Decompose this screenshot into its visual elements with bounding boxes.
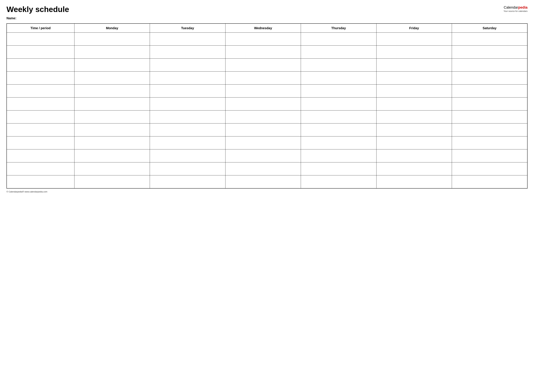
time-period-cell[interactable] (7, 162, 74, 175)
schedule-cell[interactable] (301, 98, 376, 111)
schedule-cell[interactable] (225, 175, 301, 188)
schedule-cell[interactable] (150, 59, 225, 72)
schedule-cell[interactable] (301, 84, 376, 98)
col-header-tuesday: Tuesday (150, 23, 225, 33)
col-header-time: Time / period (7, 23, 74, 33)
schedule-cell[interactable] (225, 111, 301, 123)
schedule-cell[interactable] (150, 46, 225, 59)
schedule-cell[interactable] (301, 149, 376, 162)
col-header-wednesday: Wednesday (225, 23, 301, 33)
schedule-cell[interactable] (376, 111, 452, 123)
schedule-cell[interactable] (301, 136, 376, 149)
time-period-cell[interactable] (7, 123, 74, 136)
schedule-cell[interactable] (376, 72, 452, 84)
schedule-cell[interactable] (452, 111, 527, 123)
schedule-cell[interactable] (150, 162, 225, 175)
schedule-cell[interactable] (74, 175, 150, 188)
time-period-cell[interactable] (7, 98, 74, 111)
brand-name: Calendarpedia (504, 5, 528, 9)
schedule-cell[interactable] (225, 98, 301, 111)
schedule-cell[interactable] (225, 162, 301, 175)
time-period-cell[interactable] (7, 149, 74, 162)
schedule-cell[interactable] (452, 59, 527, 72)
time-period-cell[interactable] (7, 33, 74, 46)
schedule-cell[interactable] (74, 98, 150, 111)
schedule-cell[interactable] (225, 123, 301, 136)
schedule-cell[interactable] (74, 84, 150, 98)
schedule-cell[interactable] (150, 111, 225, 123)
schedule-cell[interactable] (150, 123, 225, 136)
schedule-cell[interactable] (452, 162, 527, 175)
schedule-cell[interactable] (452, 98, 527, 111)
brand-logo: Calendarpedia Your source for calendars (503, 5, 528, 13)
schedule-cell[interactable] (452, 84, 527, 98)
schedule-cell[interactable] (225, 33, 301, 46)
schedule-cell[interactable] (225, 84, 301, 98)
header-area: Weekly schedule Calendarpedia Your sourc… (6, 5, 528, 14)
schedule-cell[interactable] (376, 149, 452, 162)
time-period-cell[interactable] (7, 111, 74, 123)
time-period-cell[interactable] (7, 46, 74, 59)
schedule-cell[interactable] (225, 46, 301, 59)
schedule-cell[interactable] (376, 33, 452, 46)
col-header-monday: Monday (74, 23, 150, 33)
schedule-cell[interactable] (225, 72, 301, 84)
table-row (7, 123, 527, 136)
schedule-cell[interactable] (376, 136, 452, 149)
time-period-cell[interactable] (7, 59, 74, 72)
schedule-cell[interactable] (376, 98, 452, 111)
schedule-cell[interactable] (301, 111, 376, 123)
schedule-cell[interactable] (150, 149, 225, 162)
schedule-cell[interactable] (376, 175, 452, 188)
schedule-cell[interactable] (225, 149, 301, 162)
schedule-cell[interactable] (150, 72, 225, 84)
time-period-cell[interactable] (7, 72, 74, 84)
schedule-cell[interactable] (74, 46, 150, 59)
schedule-table: Time / period Monday Tuesday Wednesday T… (6, 23, 528, 189)
schedule-cell[interactable] (150, 98, 225, 111)
schedule-cell[interactable] (150, 33, 225, 46)
schedule-cell[interactable] (301, 175, 376, 188)
schedule-cell[interactable] (376, 59, 452, 72)
schedule-cell[interactable] (376, 162, 452, 175)
time-period-cell[interactable] (7, 175, 74, 188)
schedule-cell[interactable] (452, 72, 527, 84)
schedule-cell[interactable] (74, 33, 150, 46)
schedule-cell[interactable] (150, 84, 225, 98)
schedule-cell[interactable] (376, 46, 452, 59)
schedule-cell[interactable] (150, 175, 225, 188)
col-header-saturday: Saturday (452, 23, 527, 33)
schedule-cell[interactable] (452, 123, 527, 136)
schedule-cell[interactable] (74, 59, 150, 72)
schedule-cell[interactable] (74, 123, 150, 136)
schedule-cell[interactable] (301, 46, 376, 59)
schedule-cell[interactable] (452, 46, 527, 59)
schedule-cell[interactable] (301, 59, 376, 72)
table-row (7, 33, 527, 46)
schedule-cell[interactable] (301, 72, 376, 84)
schedule-cell[interactable] (376, 84, 452, 98)
time-period-cell[interactable] (7, 136, 74, 149)
schedule-cell[interactable] (452, 149, 527, 162)
schedule-cell[interactable] (150, 136, 225, 149)
col-header-thursday: Thursday (301, 23, 376, 33)
schedule-cell[interactable] (225, 59, 301, 72)
table-row (7, 111, 527, 123)
schedule-cell[interactable] (452, 33, 527, 46)
schedule-cell[interactable] (301, 123, 376, 136)
schedule-cell[interactable] (74, 136, 150, 149)
schedule-cell[interactable] (301, 33, 376, 46)
schedule-cell[interactable] (74, 162, 150, 175)
table-row (7, 59, 527, 72)
schedule-cell[interactable] (452, 175, 527, 188)
schedule-cell[interactable] (452, 136, 527, 149)
page-title: Weekly schedule (6, 5, 69, 14)
schedule-cell[interactable] (301, 162, 376, 175)
schedule-cell[interactable] (225, 136, 301, 149)
table-row (7, 149, 527, 162)
schedule-cell[interactable] (74, 72, 150, 84)
schedule-cell[interactable] (74, 111, 150, 123)
schedule-cell[interactable] (376, 123, 452, 136)
time-period-cell[interactable] (7, 84, 74, 98)
schedule-cell[interactable] (74, 149, 150, 162)
